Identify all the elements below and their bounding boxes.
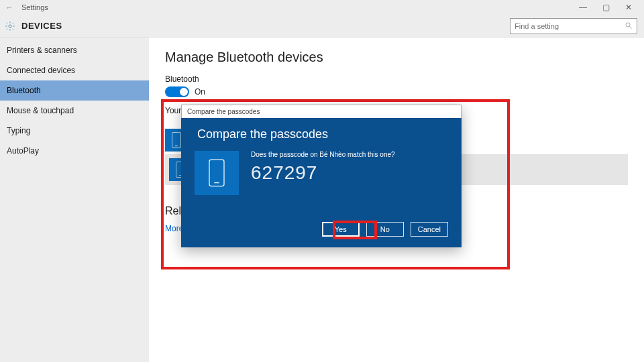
gear-icon	[4, 20, 16, 32]
sidebar-item-autoplay[interactable]: AutoPlay	[0, 141, 149, 161]
passcode-value: 627297	[251, 162, 395, 184]
sidebar-item-label: Printers & scanners	[7, 46, 77, 55]
phone-icon	[195, 151, 239, 195]
bluetooth-label: Bluetooth	[165, 74, 628, 84]
sidebar-item-typing[interactable]: Typing	[0, 121, 149, 141]
toggle-track	[165, 86, 189, 97]
maximize-button[interactable]: ▢	[594, 3, 617, 12]
svg-line-2	[630, 26, 632, 28]
svg-rect-7	[209, 160, 224, 186]
sidebar: Printers & scanners Connected devices Bl…	[0, 38, 149, 362]
svg-rect-3	[172, 132, 181, 147]
sidebar-item-label: Mouse & touchpad	[7, 106, 74, 115]
sidebar-item-bluetooth[interactable]: Bluetooth	[0, 80, 149, 101]
dialog-heading: Compare the passcodes	[197, 127, 448, 141]
no-button[interactable]: No	[366, 222, 404, 237]
sidebar-item-label: Typing	[7, 126, 30, 135]
close-button[interactable]: ✕	[617, 3, 640, 12]
svg-point-1	[626, 23, 630, 27]
minimize-button[interactable]: —	[572, 3, 594, 12]
search-input[interactable]: Find a setting	[510, 18, 637, 34]
sidebar-item-label: Connected devices	[7, 66, 75, 75]
dialog-question: Does the passcode on Bé Nhèo match this …	[251, 151, 395, 158]
sidebar-item-connected-devices[interactable]: Connected devices	[0, 60, 149, 80]
yes-button[interactable]: Yes	[322, 222, 360, 237]
section-header: DEVICES Find a setting	[0, 15, 644, 38]
page-title: Manage Bluetooth devices	[165, 50, 628, 65]
toggle-state: On	[195, 87, 205, 97]
search-placeholder: Find a setting	[515, 22, 625, 30]
section-title: DEVICES	[21, 21, 62, 31]
sidebar-item-label: Bluetooth	[7, 86, 41, 95]
sidebar-item-label: AutoPlay	[7, 146, 39, 156]
svg-point-0	[9, 25, 11, 27]
content-pane: Manage Bluetooth devices Bluetooth On Yo…	[149, 38, 644, 362]
dialog-button-row: Yes No Cancel	[195, 222, 448, 237]
window-title: Settings	[21, 3, 48, 11]
passcode-dialog: Compare the passcodes Compare the passco…	[181, 105, 462, 247]
search-icon	[625, 21, 633, 31]
window-titlebar: ← Settings — ▢ ✕	[0, 0, 644, 15]
bluetooth-toggle[interactable]: On	[165, 86, 628, 97]
sidebar-item-printers[interactable]: Printers & scanners	[0, 40, 149, 60]
back-button[interactable]: ←	[4, 3, 15, 11]
dialog-titlebar: Compare the passcodes	[181, 105, 462, 118]
cancel-button[interactable]: Cancel	[411, 222, 448, 237]
sidebar-item-mouse[interactable]: Mouse & touchpad	[0, 101, 149, 121]
dialog-titlebar-text: Compare the passcodes	[187, 108, 260, 115]
